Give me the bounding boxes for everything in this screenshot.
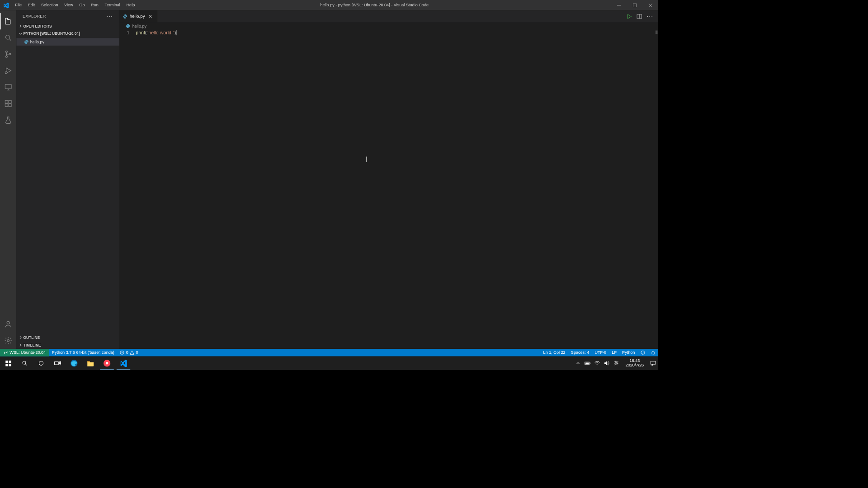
svg-rect-33	[651, 361, 656, 364]
activity-search-icon[interactable]	[0, 29, 16, 46]
chevron-right-icon	[18, 343, 23, 347]
explorer-sidebar: EXPLORER ··· OPEN EDITORS PYTHON [WSL: U…	[16, 10, 119, 349]
menu-help[interactable]: Help	[123, 0, 138, 10]
outline-section[interactable]: OUTLINE	[16, 334, 119, 342]
svg-rect-31	[585, 362, 589, 364]
taskbar-vscode-icon[interactable]	[115, 357, 132, 370]
editor-tabs: hello.py ✕ ···	[119, 10, 658, 23]
menu-run[interactable]: Run	[88, 0, 101, 10]
menu-terminal[interactable]: Terminal	[102, 0, 123, 10]
activity-accounts-icon[interactable]	[0, 316, 16, 332]
chevron-down-icon	[18, 32, 23, 36]
menu-view[interactable]: View	[61, 0, 76, 10]
taskbar-edge-icon[interactable]	[66, 357, 82, 370]
timeline-section[interactable]: TIMELINE	[16, 341, 119, 349]
taskbar-search-button[interactable]	[16, 357, 33, 370]
menu-file[interactable]: File	[12, 0, 25, 10]
svg-rect-10	[9, 100, 11, 103]
tray-wifi-icon[interactable]	[594, 361, 600, 365]
svg-rect-23	[54, 362, 58, 365]
file-tree: hello.py	[16, 38, 119, 48]
file-tree-item[interactable]: hello.py	[16, 38, 119, 46]
minimap[interactable]	[653, 30, 658, 36]
activity-source-control-icon[interactable]	[0, 46, 16, 62]
svg-rect-20	[9, 364, 11, 366]
tray-volume-icon[interactable]	[604, 361, 610, 366]
menu-bar: File Edit Selection View Go Run Terminal…	[12, 0, 138, 10]
menu-selection[interactable]: Selection	[38, 0, 61, 10]
chevron-right-icon	[18, 336, 23, 339]
svg-rect-17	[5, 360, 8, 363]
text-caret	[176, 30, 177, 35]
workspace-section[interactable]: PYTHON [WSL: UBUNTU-20.04]	[16, 30, 119, 38]
taskbar-recorder-icon[interactable]	[99, 357, 115, 370]
svg-rect-6	[5, 84, 11, 89]
status-python-button[interactable]: Python 3.7.6 64-bit ('base': conda)	[49, 349, 117, 357]
editor-more-icon[interactable]: ···	[647, 13, 654, 19]
status-cursor-button[interactable]: Ln 1, Col 22	[541, 349, 568, 357]
explorer-more-icon[interactable]: ···	[107, 13, 113, 19]
svg-point-2	[5, 51, 7, 53]
svg-point-28	[106, 362, 108, 365]
breadcrumb[interactable]: hello.py	[119, 22, 658, 30]
window-maximize-button[interactable]	[627, 0, 642, 10]
svg-point-21	[23, 361, 26, 364]
run-file-icon[interactable]	[626, 14, 632, 19]
activity-run-debug-icon[interactable]	[0, 62, 16, 79]
menu-edit[interactable]: Edit	[25, 0, 38, 10]
svg-point-12	[7, 340, 9, 342]
status-eol-button[interactable]: LF	[609, 349, 619, 357]
svg-rect-19	[5, 364, 8, 366]
svg-rect-7	[5, 100, 8, 103]
activity-settings-icon[interactable]	[0, 333, 16, 349]
vscode-logo-icon	[0, 2, 12, 8]
status-encoding-button[interactable]: UTF-8	[592, 349, 609, 357]
code-editor[interactable]: 1 print("hello world!")	[119, 30, 658, 349]
tab-close-icon[interactable]: ✕	[147, 14, 154, 19]
tray-chevron-up-icon[interactable]	[575, 361, 581, 365]
open-editors-section[interactable]: OPEN EDITORS	[16, 22, 119, 30]
status-errors: 0	[126, 350, 128, 355]
tray-battery-icon[interactable]	[585, 361, 591, 365]
svg-rect-25	[59, 363, 61, 365]
status-bell-icon[interactable]	[648, 349, 658, 357]
activity-extensions-icon[interactable]	[0, 95, 16, 112]
svg-point-3	[5, 56, 7, 57]
taskbar-cortana-button[interactable]	[33, 357, 49, 370]
status-problems-button[interactable]: 0 0	[117, 349, 141, 357]
status-remote-label: WSL: Ubuntu-20.04	[9, 350, 46, 355]
windows-taskbar: 英 16:43 2020/7/26	[0, 357, 658, 370]
workspace-label: PYTHON [WSL: UBUNTU-20.04]	[24, 32, 80, 36]
tray-action-center-icon[interactable]	[650, 361, 656, 366]
chevron-right-icon	[18, 24, 23, 28]
window-minimize-button[interactable]	[611, 0, 627, 10]
activity-testing-icon[interactable]	[0, 112, 16, 128]
taskbar-file-explorer-icon[interactable]	[82, 357, 99, 370]
svg-point-1	[5, 35, 9, 39]
status-feedback-icon[interactable]	[638, 349, 648, 357]
taskbar-taskview-button[interactable]	[49, 357, 66, 370]
status-bar: WSL: Ubuntu-20.04 Python 3.7.6 64-bit ('…	[0, 349, 658, 357]
code-line: 1 print("hello world!")	[119, 30, 658, 35]
code-content: print("hello world!")	[136, 30, 177, 35]
window-controls	[611, 0, 658, 10]
activity-remote-explorer-icon[interactable]	[0, 79, 16, 95]
secondary-caret	[366, 157, 367, 162]
window-close-button[interactable]	[642, 0, 658, 10]
status-remote-button[interactable]: WSL: Ubuntu-20.04	[0, 349, 49, 357]
tray-clock[interactable]: 16:43 2020/7/26	[623, 358, 647, 368]
line-number: 1	[119, 30, 136, 35]
status-spaces-button[interactable]: Spaces: 4	[568, 349, 592, 357]
svg-rect-9	[9, 104, 11, 107]
split-editor-icon[interactable]	[637, 14, 642, 19]
python-file-icon	[123, 14, 127, 19]
title-bar: File Edit Selection View Go Run Terminal…	[0, 0, 658, 10]
taskbar-start-button[interactable]	[0, 357, 16, 370]
explorer-title: EXPLORER	[23, 14, 46, 19]
status-language-button[interactable]: Python	[619, 349, 637, 357]
editor-tab[interactable]: hello.py ✕	[119, 10, 158, 23]
tray-ime-label[interactable]: 英	[613, 360, 619, 366]
menu-go[interactable]: Go	[76, 0, 88, 10]
svg-point-22	[39, 361, 43, 365]
activity-explorer-icon[interactable]	[0, 13, 16, 29]
